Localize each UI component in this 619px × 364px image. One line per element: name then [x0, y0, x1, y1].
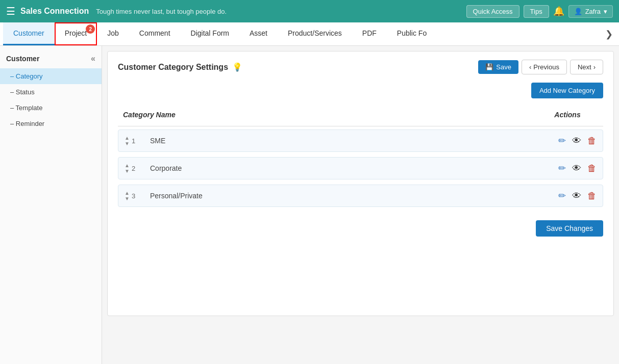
- tab-pdf[interactable]: PDF: [352, 22, 387, 45]
- order-arrows-3[interactable]: ▲ ▼: [125, 190, 130, 201]
- previous-arrow-icon: ‹: [529, 63, 531, 71]
- sidebar-item-status[interactable]: – Status: [0, 84, 102, 100]
- tab-comment[interactable]: Comment: [129, 22, 181, 45]
- table-row: ▲ ▼ 2 Corporate ✏ 👁 🗑: [118, 157, 603, 179]
- delete-icon-1[interactable]: 🗑: [587, 136, 597, 146]
- sidebar-collapse-button[interactable]: «: [91, 54, 95, 63]
- category-name-3: Personal/Private: [150, 192, 535, 200]
- tab-public-form[interactable]: Public Fo: [387, 22, 430, 45]
- order-arrows-2[interactable]: ▲ ▼: [125, 163, 130, 174]
- content-area: Customer Category Settings 💡 💾 Save ‹ Pr…: [102, 46, 619, 364]
- tips-button[interactable]: Tips: [524, 5, 549, 18]
- row-actions-3: ✏ 👁 🗑: [535, 190, 597, 201]
- row-order-3: ▲ ▼ 3: [125, 190, 150, 201]
- row-number-3: 3: [132, 192, 135, 200]
- content-header: Customer Category Settings 💡 💾 Save ‹ Pr…: [118, 60, 603, 74]
- user-name: Zafra: [585, 8, 601, 15]
- tab-asset[interactable]: Asset: [239, 22, 278, 45]
- add-new-category-button[interactable]: Add New Category: [531, 83, 603, 98]
- save-button[interactable]: 💾 Save: [478, 60, 518, 74]
- main-layout: Customer « – Category – Status – Templat…: [0, 46, 619, 364]
- sidebar-item-category[interactable]: – Category: [0, 68, 102, 84]
- row-actions-2: ✏ 👁 🗑: [535, 163, 597, 174]
- edit-icon-3[interactable]: ✏: [558, 190, 566, 201]
- view-icon-1[interactable]: 👁: [572, 136, 581, 146]
- tab-job[interactable]: Job: [97, 22, 129, 45]
- order-down-icon: ▼: [125, 168, 130, 174]
- row-order-2: ▲ ▼ 2: [125, 163, 150, 174]
- edit-icon-2[interactable]: ✏: [558, 163, 566, 174]
- view-icon-2[interactable]: 👁: [572, 163, 581, 174]
- sidebar-item-reminder[interactable]: – Reminder: [0, 116, 102, 132]
- sidebar-item-template[interactable]: – Template: [0, 100, 102, 116]
- view-icon-3[interactable]: 👁: [572, 191, 581, 201]
- tab-customer[interactable]: Customer: [3, 22, 55, 45]
- save-disk-icon: 💾: [485, 63, 493, 71]
- tab-product-services[interactable]: Product/Services: [278, 22, 352, 45]
- row-order-1: ▲ ▼ 1: [125, 135, 150, 146]
- page-title: Customer Category Settings: [118, 63, 228, 72]
- tabs-bar: Customer Project 2 Job Comment Digital F…: [0, 22, 619, 46]
- brand-name: Sales Connection: [20, 7, 89, 16]
- row-number-2: 2: [132, 165, 135, 172]
- tab-project[interactable]: Project 2: [55, 22, 97, 45]
- topnav: ☰ Sales Connection Tough times never las…: [0, 0, 619, 22]
- previous-button[interactable]: ‹ Previous: [522, 60, 567, 74]
- user-chevron-icon: ▾: [604, 8, 607, 15]
- table-row: ▲ ▼ 3 Personal/Private ✏ 👁 🗑: [118, 185, 603, 207]
- category-name-2: Corporate: [150, 164, 535, 172]
- next-button[interactable]: Next ›: [570, 60, 603, 74]
- order-up-icon: ▲: [125, 135, 130, 141]
- save-changes-button[interactable]: Save Changes: [536, 220, 603, 237]
- order-up-icon: ▲: [125, 163, 130, 168]
- menu-icon[interactable]: ☰: [6, 5, 15, 17]
- content-panel: Customer Category Settings 💡 💾 Save ‹ Pr…: [107, 51, 614, 316]
- header-right: 💾 Save ‹ Previous Next ›: [478, 60, 603, 74]
- tab-project-badge: 2: [86, 24, 95, 34]
- sidebar: Customer « – Category – Status – Templat…: [0, 46, 102, 364]
- tab-digital-form[interactable]: Digital Form: [181, 22, 239, 45]
- table-header: Category Name Actions: [118, 107, 603, 123]
- topnav-actions: Quick Access Tips 🔔 👤 Zafra ▾: [466, 5, 613, 18]
- notifications-icon[interactable]: 🔔: [553, 6, 564, 17]
- categories-table: Category Name Actions ▲ ▼ 1 SME: [118, 107, 603, 207]
- user-icon: 👤: [574, 8, 582, 15]
- hint-icon[interactable]: 💡: [232, 62, 242, 72]
- row-actions-1: ✏ 👁 🗑: [535, 135, 597, 146]
- order-down-icon: ▼: [125, 141, 130, 146]
- category-name-1: SME: [150, 137, 535, 145]
- user-menu[interactable]: 👤 Zafra ▾: [568, 5, 613, 18]
- next-arrow-icon: ›: [593, 63, 596, 71]
- delete-icon-3[interactable]: 🗑: [587, 191, 597, 201]
- order-up-icon: ▲: [125, 190, 130, 196]
- sidebar-header: Customer «: [0, 51, 102, 68]
- content-title: Customer Category Settings 💡: [118, 62, 242, 72]
- sidebar-title: Customer: [6, 55, 39, 63]
- row-number-1: 1: [132, 137, 135, 145]
- column-header-name: Category Name: [123, 111, 537, 119]
- table-row: ▲ ▼ 1 SME ✏ 👁 🗑: [118, 129, 603, 152]
- column-header-actions: Actions: [537, 111, 598, 119]
- quick-access-button[interactable]: Quick Access: [466, 5, 519, 18]
- tagline: Tough times never last, but tough people…: [96, 8, 466, 15]
- order-down-icon: ▼: [125, 196, 130, 201]
- order-arrows-1[interactable]: ▲ ▼: [125, 135, 130, 146]
- delete-icon-2[interactable]: 🗑: [587, 163, 597, 174]
- edit-icon-1[interactable]: ✏: [558, 135, 566, 146]
- tabs-scroll-right-icon[interactable]: ❯: [602, 22, 616, 45]
